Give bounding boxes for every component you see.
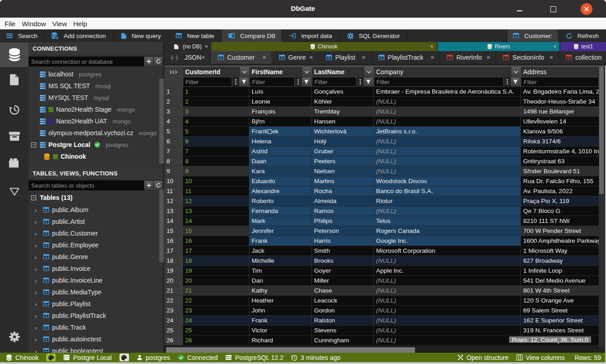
svg-text:{··}: {··} bbox=[171, 55, 178, 60]
